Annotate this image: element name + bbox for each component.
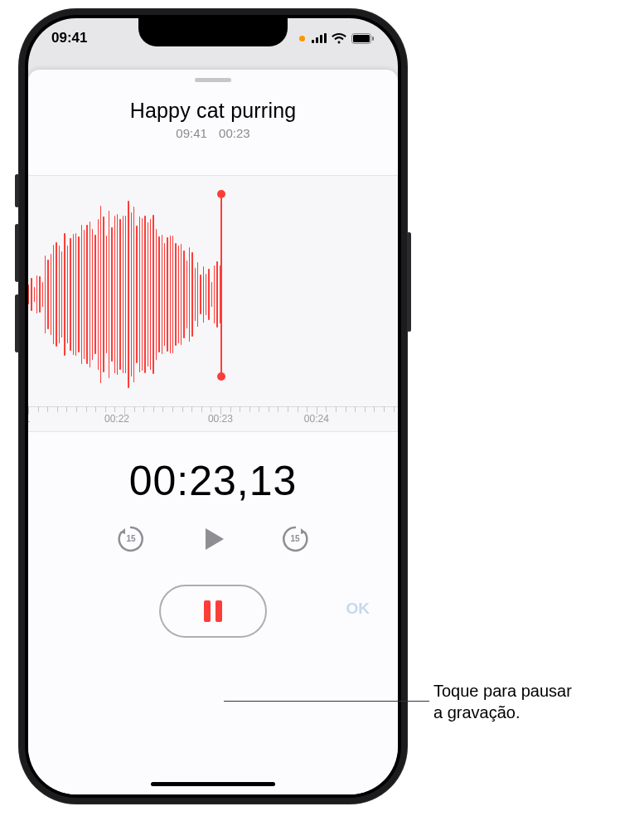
- callout-line2: a gravação.: [433, 702, 572, 723]
- recording-title[interactable]: Happy cat purring: [28, 99, 398, 123]
- notch: [138, 18, 288, 46]
- timeline-ruler[interactable]: 21 00:22 00:23 00:24 0: [28, 406, 398, 431]
- recording-meta: 09:41 00:23: [28, 126, 398, 140]
- skip-back-button[interactable]: 15: [115, 523, 147, 555]
- home-indicator[interactable]: [151, 782, 275, 786]
- skip-forward-value: 15: [290, 534, 299, 543]
- pause-record-button[interactable]: [159, 585, 267, 638]
- elapsed-time: 00:23,13: [28, 457, 398, 505]
- tick-label: 00:23: [208, 413, 233, 425]
- svg-rect-2: [372, 36, 374, 41]
- skip-back-value: 15: [126, 534, 135, 543]
- playback-controls: 15 15: [28, 523, 398, 555]
- callout-text: Toque para pausar a gravação.: [433, 680, 572, 723]
- recording-sheet: Happy cat purring 09:41 00:23 21 00:22: [28, 70, 398, 794]
- pause-icon: [204, 600, 222, 622]
- screen: 09:41 Happy cat purring 09:41: [28, 18, 398, 794]
- recording-meta-time: 09:41: [176, 126, 207, 140]
- battery-icon: [351, 33, 375, 44]
- sheet-grabber[interactable]: [195, 78, 231, 82]
- done-button[interactable]: OK: [346, 600, 370, 618]
- side-button-vol-up: [15, 224, 19, 282]
- playhead[interactable]: [220, 194, 222, 376]
- callout-leader: [224, 701, 429, 702]
- svg-rect-1: [353, 35, 370, 42]
- phone-frame: 09:41 Happy cat purring 09:41: [18, 8, 408, 804]
- tick-label: 00:22: [104, 413, 129, 425]
- callout-line1: Toque para pausar: [433, 680, 572, 702]
- wifi-icon: [332, 33, 346, 44]
- status-time: 09:41: [51, 30, 87, 46]
- mic-indicator-icon: [299, 36, 305, 41]
- waveform-area[interactable]: 21 00:22 00:23 00:24 0: [28, 175, 398, 432]
- skip-forward-button[interactable]: 15: [279, 523, 311, 555]
- tick-label: 00:24: [304, 413, 329, 425]
- tick-label: 21: [28, 413, 30, 425]
- recording-meta-duration: 00:23: [219, 126, 250, 140]
- side-button-power: [407, 232, 411, 332]
- side-button-mute: [15, 174, 19, 207]
- cell-signal-icon: [312, 33, 327, 43]
- side-button-vol-down: [15, 294, 19, 352]
- play-button[interactable]: [198, 524, 228, 554]
